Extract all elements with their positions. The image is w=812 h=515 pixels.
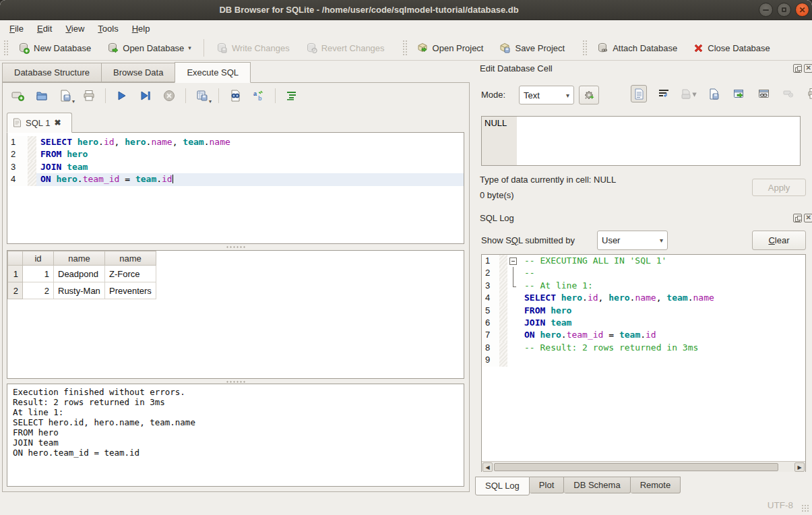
code-line[interactable]: 2-- <box>482 267 805 279</box>
maximize-button[interactable] <box>777 3 791 17</box>
clear-log-button[interactable]: Clear <box>752 231 806 250</box>
code-line[interactable]: 3-- At line 1: <box>482 280 805 292</box>
edit-cell-float-icon[interactable] <box>793 64 802 73</box>
menu-help[interactable]: Help <box>125 22 157 35</box>
menu-edit[interactable]: Edit <box>30 22 59 35</box>
database-open-icon <box>107 42 119 54</box>
code-line[interactable]: 8-- Result: 2 rows returned in 3ms <box>482 342 805 354</box>
export-cell-data-button[interactable] <box>706 85 722 102</box>
menu-tools[interactable]: Tools <box>91 22 125 35</box>
save-sql-file-button[interactable]: ▾ <box>58 88 73 104</box>
code-line[interactable]: 1-- EXECUTING ALL IN 'SQL 1' <box>482 255 805 267</box>
table-row[interactable]: 22Rusty-ManPreventers <box>8 282 156 299</box>
log-filter-combobox[interactable]: User ▾ <box>597 231 668 250</box>
sql-editor[interactable]: 1SELECT hero.id, hero.name, team.name2FR… <box>7 132 464 244</box>
cell-value-editor[interactable]: NULL <box>481 116 801 166</box>
gear-icon <box>584 90 595 101</box>
open-database-caret[interactable]: ▾ <box>188 44 191 51</box>
replace-button[interactable]: ab <box>251 88 266 104</box>
save-file-caret[interactable]: ▾ <box>72 98 75 104</box>
dock-tab-remote[interactable]: Remote <box>631 477 681 493</box>
open-database-button[interactable]: Open Database ▾ <box>99 39 199 57</box>
menu-file[interactable]: File <box>3 22 30 35</box>
sql-document-tab[interactable]: SQL 1 ✖ <box>7 113 72 133</box>
execute-line-button[interactable] <box>138 88 153 104</box>
sql-log-float-icon[interactable] <box>793 214 802 222</box>
mode-combo-caret: ▾ <box>566 92 569 99</box>
open-project-button[interactable]: Open Project <box>409 39 492 57</box>
close-button[interactable]: ✕ <box>795 3 809 17</box>
minimize-icon <box>763 9 769 11</box>
word-wrap-button[interactable] <box>656 85 672 102</box>
save-results-button[interactable]: ▾ <box>195 88 210 104</box>
code-line[interactable]: 2FROM hero <box>7 148 464 160</box>
tab-database-structure[interactable]: Database Structure <box>2 63 101 82</box>
dock-tab-sql-log[interactable]: SQL Log <box>475 477 530 495</box>
scrollbar-thumb[interactable] <box>494 463 778 471</box>
results-header-name1[interactable]: name <box>54 251 105 266</box>
encoding-indicator[interactable]: UTF-8 <box>768 500 793 510</box>
table-cell[interactable]: Z-Force <box>105 266 156 282</box>
minimize-button[interactable] <box>759 3 773 17</box>
log-horizontal-scrollbar[interactable]: ◀ ▶ <box>482 461 805 472</box>
editor-results-splitter[interactable] <box>7 245 464 249</box>
tab-browse-data[interactable]: Browse Data <box>101 63 175 82</box>
table-cell[interactable]: 2 <box>23 282 54 299</box>
fold-guide <box>507 267 520 279</box>
toolbar-grip[interactable] <box>402 40 407 56</box>
row-header[interactable]: 2 <box>8 282 23 299</box>
results-grid[interactable]: id name name 11DeadpondZ-Force22Rusty-Ma… <box>7 250 464 379</box>
edit-cell-close-icon[interactable] <box>804 64 812 73</box>
table-cell[interactable]: Rusty-Man <box>54 282 105 299</box>
row-header[interactable]: 1 <box>8 266 23 282</box>
code-line[interactable]: 4ON hero.team_id = team.id <box>7 173 464 185</box>
sql-log-close-icon[interactable] <box>804 214 812 222</box>
table-cell[interactable]: Deadpond <box>54 266 105 282</box>
format-sql-button[interactable] <box>284 88 299 104</box>
new-sql-tab-button[interactable] <box>11 88 26 104</box>
code-line[interactable]: 3JOIN team <box>7 161 464 173</box>
copy-link-button[interactable] <box>755 85 772 102</box>
open-in-external-button[interactable] <box>730 85 747 102</box>
close-database-button[interactable]: Close Database <box>685 40 778 57</box>
dock-tab-db-schema[interactable]: DB Schema <box>564 477 630 493</box>
execute-all-button[interactable] <box>115 88 129 104</box>
tab-execute-sql[interactable]: Execute SQL <box>175 62 251 83</box>
save-results-caret[interactable]: ▾ <box>209 98 212 104</box>
table-cell[interactable]: Preventers <box>105 282 156 299</box>
new-database-button[interactable]: New Database <box>10 39 99 57</box>
code-line[interactable]: 4SELECT hero.id, hero.name, team.name <box>482 292 805 304</box>
save-project-button[interactable]: Save Project <box>491 39 573 57</box>
print-cell-button[interactable] <box>805 85 812 102</box>
code-line[interactable]: 6JOIN team <box>482 317 805 329</box>
scroll-left-arrow[interactable]: ◀ <box>482 462 493 472</box>
code-line[interactable]: 5FROM hero <box>482 305 805 317</box>
find-button[interactable] <box>228 88 243 104</box>
window-resize-grip[interactable] <box>801 504 810 513</box>
print-sql-button[interactable] <box>82 88 96 104</box>
table-row[interactable]: 11DeadpondZ-Force <box>8 266 156 282</box>
toolbar-grip[interactable] <box>582 40 587 56</box>
table-cell[interactable]: 1 <box>23 266 54 282</box>
attach-database-button[interactable]: Attach Database <box>589 39 685 57</box>
mode-combobox[interactable]: Text ▾ <box>519 86 574 104</box>
results-corner-header[interactable] <box>8 251 23 266</box>
mode-label: Mode: <box>481 90 505 100</box>
import-icon <box>681 88 692 100</box>
code-line[interactable]: 1SELECT hero.id, hero.name, team.name <box>7 136 464 148</box>
fold-toggle-icon[interactable] <box>507 255 520 267</box>
titlebar[interactable]: DB Browser for SQLite - /home/user/code/… <box>0 0 812 20</box>
code-line[interactable]: 9 <box>482 354 805 366</box>
results-header-id[interactable]: id <box>23 251 54 266</box>
toolbar-grip[interactable] <box>3 40 8 56</box>
sql-tab-close-icon[interactable]: ✖ <box>54 118 61 127</box>
text-mode-button[interactable] <box>631 85 647 102</box>
results-header-name2[interactable]: name <box>105 251 156 266</box>
open-sql-file-button[interactable] <box>34 88 49 104</box>
auto-mode-button[interactable] <box>579 86 599 104</box>
scroll-right-arrow[interactable]: ▶ <box>794 462 805 472</box>
code-line[interactable]: 7ON hero.team_id = team.id <box>482 329 805 341</box>
code-text: -- At line 1: <box>520 280 805 292</box>
dock-tab-plot[interactable]: Plot <box>530 477 564 493</box>
menu-view[interactable]: View <box>59 22 91 35</box>
